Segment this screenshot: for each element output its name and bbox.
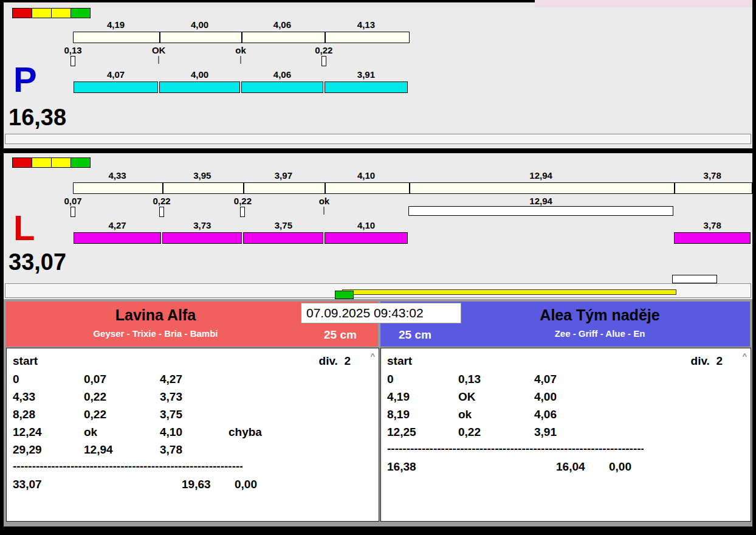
split-time-bottom: 4,06 [241, 69, 324, 80]
split-time-top: 4,06 [241, 19, 324, 30]
split-time-top: 3,97 [242, 170, 324, 181]
split-time-bottom: 4,07 [73, 69, 159, 80]
split-time-top: 4,00 [159, 19, 241, 30]
total-cell: 33,07 [13, 478, 42, 491]
gap-tick [70, 56, 75, 66]
split-time-top: 3,95 [162, 170, 242, 181]
segment-divider [162, 183, 163, 193]
segment-divider [674, 183, 675, 193]
total-cell: 0,00 [609, 460, 631, 474]
scrollbar-up-icon[interactable]: ^ [370, 351, 375, 361]
status-light [12, 157, 32, 168]
results-cell: 3,78 [160, 443, 182, 457]
results-header-row: startdiv. 2 [7, 354, 379, 371]
results-cell: 0,22 [84, 390, 106, 404]
team-right-results-table: startdiv. 200,134,074,19OK4,008,19ok4,06… [380, 348, 751, 522]
lane-p-label: P [13, 62, 37, 97]
team-left-members: Geyser - Trixie - Bria - Bambi [6, 328, 305, 339]
team-right-category: 25 cm [399, 328, 431, 342]
results-header-row: startdiv. 2 [381, 354, 751, 371]
gap-tick [159, 207, 164, 217]
results-row: 8,19ok4,06 [381, 408, 751, 424]
status-light [51, 8, 71, 18]
results-cell: 3,73 [160, 390, 182, 404]
split-time-top: 4,13 [324, 19, 408, 30]
results-cell: 0 [13, 373, 19, 386]
results-row: 8,280,223,75 [7, 408, 379, 424]
segment-divider [241, 32, 242, 43]
split-time-top: 3,78 [673, 170, 751, 181]
results-row: 12,250,223,91 [381, 426, 751, 442]
team-left-results-table: startdiv. 200,074,274,330,223,738,280,22… [6, 348, 379, 522]
lane-p-status-lights [12, 8, 90, 18]
results-cell: 4,10 [160, 426, 182, 439]
results-cell: OK [458, 390, 476, 404]
split-bar-top [73, 182, 752, 194]
results-cell: 8,19 [387, 408, 410, 421]
team-left-name: Lavina Alfa [6, 306, 305, 324]
gap-time-label: 0,07 [64, 196, 81, 206]
start-label: start [387, 354, 412, 368]
results-cell: 0 [387, 373, 394, 386]
split-time-bottom: 4,27 [73, 220, 162, 230]
segment-divider [243, 183, 244, 193]
results-cell: 0,22 [458, 426, 481, 439]
split-bar-bottom [241, 81, 323, 93]
gap-tick [70, 207, 75, 217]
panel-divider [4, 148, 752, 153]
results-row: 29,2912,943,78 [7, 443, 379, 460]
split-bar-top [73, 32, 410, 43]
total-cell: 0,00 [235, 478, 257, 491]
results-cell: 4,19 [387, 390, 410, 404]
separator-row: ----------------------------------------… [387, 442, 644, 457]
division-label: div. 2 [691, 354, 723, 368]
results-cell: 0,07 [84, 373, 106, 386]
total-cell: 16,04 [556, 460, 585, 474]
split-time-bottom: 3,78 [673, 220, 751, 230]
split-bar-bottom [162, 232, 242, 244]
lane-p-progress-track [5, 134, 751, 144]
status-light [70, 157, 91, 168]
lane-p-panel: 4,190,134,074,00OK4,004,06ok4,064,130,22… [4, 7, 752, 148]
results-cell: 0,13 [458, 373, 481, 386]
gap-tick [321, 56, 326, 66]
results-cell: 12,24 [13, 426, 42, 439]
separator-row: ----------------------------------------… [13, 460, 242, 474]
split-bar-bottom [74, 81, 158, 93]
status-light [12, 8, 32, 18]
gap-tick [324, 207, 325, 215]
gap-time-label: 12,94 [408, 196, 674, 206]
status-light [51, 157, 71, 168]
gap-time-label: ok [235, 45, 246, 55]
lane-p-total-time: 16,38 [9, 106, 66, 129]
segment-divider [325, 32, 326, 43]
scrollbar-up-icon[interactable]: ^ [742, 351, 747, 361]
lane-l-panel: 4,330,074,273,950,223,733,970,223,754,10… [4, 153, 752, 299]
split-bar-bottom [74, 232, 161, 244]
total-cell: 16,38 [387, 460, 416, 474]
results-row: 00,074,27 [7, 373, 379, 389]
lane-l-label: L [13, 210, 35, 246]
results-cell: 4,33 [13, 390, 35, 404]
results-cell: 4,00 [534, 390, 557, 404]
results-row: 4,330,223,73 [7, 390, 379, 407]
team-left-category: 25 cm [324, 328, 357, 342]
gap-time-label: 0,22 [234, 196, 252, 206]
results-row: 00,134,07 [381, 373, 751, 389]
split-time-top: 4,10 [324, 170, 408, 181]
segment-divider [409, 183, 410, 193]
results-cell: chyba [229, 426, 262, 439]
split-time-top: 4,19 [73, 19, 159, 30]
total-row: 33,0719,630,00 [7, 478, 379, 494]
status-light [32, 8, 52, 18]
results-cell: 4,27 [160, 373, 182, 386]
app-window: 4,190,134,074,00OK4,004,06ok4,064,130,22… [4, 2, 752, 526]
results-cell: ok [84, 426, 97, 439]
status-light [70, 8, 91, 18]
split-bar-bottom [674, 232, 751, 244]
gap-time-label: 0,13 [64, 45, 81, 55]
gap-tick [159, 56, 159, 64]
results-cell: 12,25 [387, 426, 416, 439]
start-label: start [13, 354, 38, 368]
results-cell: 3,75 [160, 408, 182, 421]
